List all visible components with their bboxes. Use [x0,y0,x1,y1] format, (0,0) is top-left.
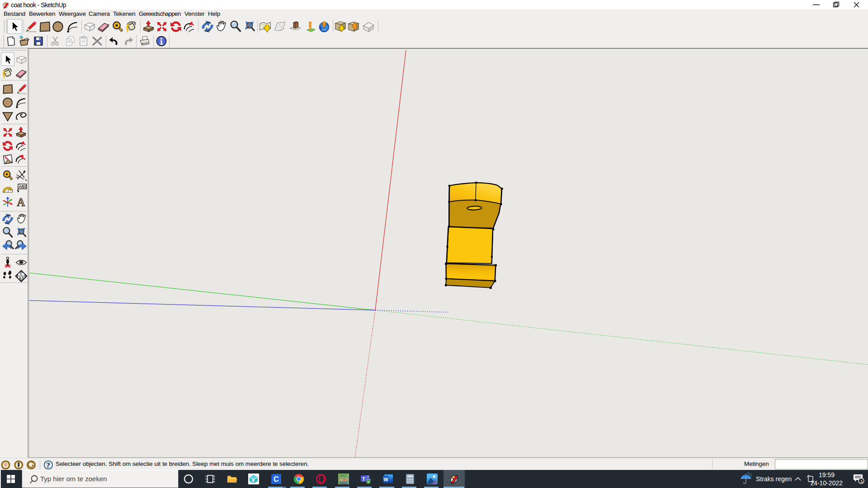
svg-text:C: C [274,475,279,483]
svg-text:SIMS4: SIMS4 [339,474,348,477]
svg-text:W: W [384,477,388,482]
svg-text:1: 1 [860,479,863,483]
svg-text:R: R [252,479,255,483]
svg-text:?: ? [46,461,50,469]
svg-text:T: T [362,476,365,482]
